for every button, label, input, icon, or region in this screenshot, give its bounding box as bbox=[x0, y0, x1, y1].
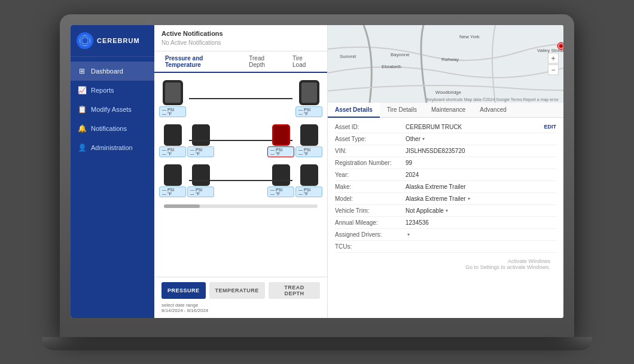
sidebar-item-reports[interactable]: 📈 Reports bbox=[71, 81, 154, 100]
value-assigned-drivers[interactable]: ▾ bbox=[406, 232, 556, 237]
tire-diagram: — PSI— °F — PSI— °F bbox=[154, 73, 327, 277]
field-model: Model: Alaska Extreme Trailer ▾ bbox=[335, 193, 556, 205]
notifications-icon: 🔔 bbox=[78, 124, 86, 133]
tire-rri-info: — PSI— °F bbox=[267, 186, 294, 197]
svg-text:Bayonne: Bayonne bbox=[391, 52, 410, 57]
map-footer: Keyboard shortcuts Map data ©2024 Google… bbox=[426, 97, 559, 102]
btn-tread-depth[interactable]: TREAD DEPTH bbox=[269, 282, 320, 299]
value-asset-id: CEREBRUM TRUCK bbox=[406, 124, 539, 130]
sidebar-label-modify-assets: Modify Assets bbox=[91, 106, 132, 113]
map-zoom-out[interactable]: − bbox=[548, 64, 559, 75]
asset-tabs: Asset Details Tire Details Maintenance bbox=[328, 103, 563, 118]
tire-mli-info: — PSI— °F bbox=[187, 146, 214, 157]
modify-assets-icon: 📋 bbox=[78, 105, 86, 114]
tab-tire-load[interactable]: Tire Load bbox=[286, 51, 322, 73]
label-year: Year: bbox=[335, 172, 401, 178]
svg-text:Woodbridge: Woodbridge bbox=[435, 90, 462, 95]
date-range: select date range 8/14/2024 - 8/16/2024 bbox=[161, 302, 320, 313]
axle-front: — PSI— °F — PSI— °F bbox=[159, 80, 322, 117]
field-make: Make: Alaska Extreme Trailer bbox=[335, 181, 556, 193]
notifications-bar: Active Notifications No Active Notificat… bbox=[154, 25, 327, 51]
tab-tread-depth[interactable]: Tread Depth bbox=[243, 51, 286, 73]
label-asset-id: Asset ID: bbox=[335, 124, 401, 130]
tire-fr-info: — PSI— °F bbox=[295, 106, 322, 117]
btn-temperature[interactable]: TEMPERATURE bbox=[209, 282, 265, 299]
edit-asset-id[interactable]: EDIT bbox=[544, 124, 556, 130]
sidebar-label-reports: Reports bbox=[91, 87, 114, 94]
tire-fr-img bbox=[299, 80, 319, 105]
axle-middle: — PSI— °F — PSI— °F bbox=[159, 124, 322, 157]
axle-line-front bbox=[189, 98, 292, 99]
label-vehicle-trim: Vehicle Trim: bbox=[335, 207, 401, 214]
laptop-base bbox=[42, 337, 592, 350]
logo-icon bbox=[77, 32, 93, 49]
tire-rli-info: — PSI— °F bbox=[187, 186, 214, 197]
svg-text:Elizabeth: Elizabeth bbox=[382, 64, 401, 69]
label-model: Model: bbox=[335, 195, 401, 202]
tab-tire-details[interactable]: Tire Details bbox=[380, 103, 424, 118]
chart-buttons: PRESSURE TEMPERATURE TREAD DEPTH bbox=[161, 282, 320, 299]
tire-mlo-info: — PSI— °F bbox=[159, 146, 186, 157]
tab-advanced[interactable]: Advanced bbox=[473, 103, 513, 118]
chevron-down-icon: ▾ bbox=[422, 136, 425, 142]
axle-rear: — PSI— °F — PSI— °F bbox=[159, 164, 322, 197]
sidebar-label-dashboard: Dashboard bbox=[91, 68, 123, 75]
tire-fl-img bbox=[163, 80, 183, 105]
tire-fl-info: — PSI— °F bbox=[159, 106, 186, 117]
field-tcus: TCUs: Activate Windows Go to Settings to… bbox=[335, 241, 556, 253]
sidebar-item-modify-assets[interactable]: 📋 Modify Assets bbox=[71, 100, 154, 119]
label-vin: VIN: bbox=[335, 148, 401, 154]
label-registration: Registration Number: bbox=[335, 160, 401, 166]
tire-fl: — PSI— °F bbox=[159, 80, 186, 117]
tire-mri-red-info: — PSI— °F bbox=[267, 146, 294, 157]
svg-point-15 bbox=[559, 44, 563, 48]
activate-windows: Activate Windows Go to Settings to activ… bbox=[465, 258, 550, 270]
axle-line-rear bbox=[189, 180, 292, 181]
value-year: 2024 bbox=[406, 172, 556, 178]
tab-pressure-temp[interactable]: Pressure and Temperature bbox=[159, 51, 243, 73]
notifications-empty: No Active Notifications bbox=[161, 39, 320, 46]
sidebar-item-dashboard[interactable]: ⊞ Dashboard bbox=[71, 62, 154, 81]
date-range-value: 8/14/2024 - 8/16/2024 bbox=[161, 308, 208, 313]
field-vin: VIN: JISLHN5SDE8235720 bbox=[335, 145, 556, 157]
sidebar: CEREBRUM ⊞ Dashboard 📈 Reports 📋 bbox=[71, 25, 154, 318]
trim-chevron-icon: ▾ bbox=[446, 208, 448, 213]
model-chevron-icon: ▾ bbox=[468, 196, 470, 201]
tire-rro-info: — PSI— °F bbox=[295, 186, 322, 197]
map-controls: + − bbox=[548, 53, 559, 75]
field-assigned-drivers: Assigned Drivers: ▾ bbox=[335, 229, 556, 241]
sidebar-item-administration[interactable]: 👤 Administration bbox=[71, 138, 154, 157]
field-vehicle-trim: Vehicle Trim: Not Applicable ▾ bbox=[335, 205, 556, 217]
label-tcus: TCUs: bbox=[335, 243, 401, 250]
map-area: New York Summit Elizabeth Bayonne Rahway… bbox=[328, 25, 563, 103]
value-asset-type[interactable]: Other ▾ bbox=[406, 136, 556, 142]
btn-pressure[interactable]: PRESSURE bbox=[161, 282, 206, 299]
map-zoom-in[interactable]: + bbox=[548, 53, 559, 63]
tire-mro-info: — PSI— °F bbox=[295, 146, 322, 157]
field-year: Year: 2024 bbox=[335, 169, 556, 181]
dashboard-icon: ⊞ bbox=[78, 67, 86, 75]
horizontal-scrollbar[interactable] bbox=[164, 204, 318, 208]
scroll-thumb bbox=[164, 204, 200, 208]
asset-panel: Asset Details Tire Details Maintenance bbox=[328, 103, 563, 318]
tire-tabs: Pressure and Temperature Tread Depth Tir… bbox=[154, 51, 327, 73]
svg-text:Summit: Summit bbox=[340, 54, 356, 59]
value-vin: JISLHN5SDE8235720 bbox=[406, 148, 556, 154]
label-asset-type: Asset Type: bbox=[335, 136, 401, 142]
sidebar-label-notifications: Notifications bbox=[91, 125, 127, 132]
svg-point-0 bbox=[80, 35, 90, 46]
sidebar-label-administration: Administration bbox=[91, 144, 133, 151]
map-city-label: New York bbox=[459, 34, 480, 39]
tab-asset-details[interactable]: Asset Details bbox=[328, 103, 380, 118]
reports-icon: 📈 bbox=[78, 86, 86, 94]
tab-maintenance[interactable]: Maintenance bbox=[424, 103, 473, 118]
right-panel: New York Summit Elizabeth Bayonne Rahway… bbox=[328, 25, 563, 318]
sidebar-item-notifications[interactable]: 🔔 Notifications bbox=[71, 119, 154, 138]
drivers-chevron-icon: ▾ bbox=[407, 232, 410, 237]
asset-fields: Asset ID: CEREBRUM TRUCK EDIT Asset Type… bbox=[328, 118, 563, 256]
label-make: Make: bbox=[335, 183, 401, 190]
value-vehicle-trim[interactable]: Not Applicable ▾ bbox=[406, 207, 556, 214]
label-annual-mileage: Annual Mileage: bbox=[335, 219, 401, 226]
value-model[interactable]: Alaska Extreme Trailer ▾ bbox=[406, 195, 556, 202]
logo-area: CEREBRUM bbox=[71, 25, 154, 57]
